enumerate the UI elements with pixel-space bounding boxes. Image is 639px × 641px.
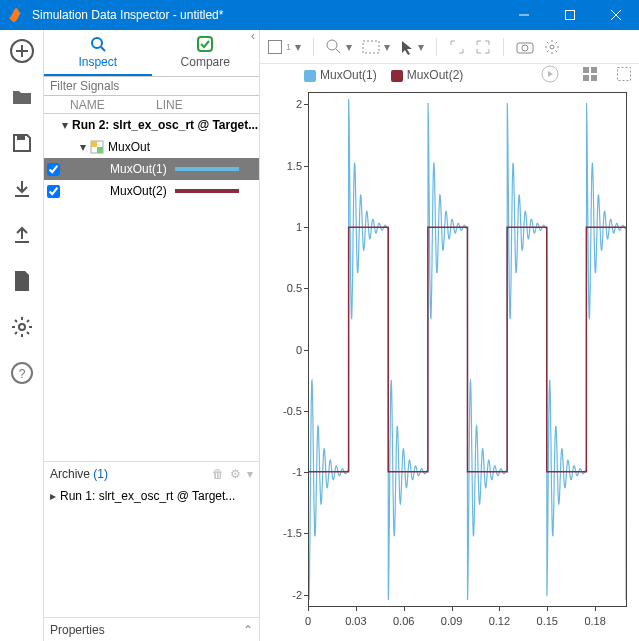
x-tick-label: 0.03 [345,615,366,627]
svg-rect-1 [566,11,575,20]
add-button[interactable] [9,38,35,64]
col-line: LINE [156,98,183,112]
plot-gear-icon[interactable] [544,39,560,55]
svg-point-17 [327,40,337,50]
grid-4-icon[interactable] [583,67,597,84]
filter-input[interactable] [44,76,259,96]
signal-row-2[interactable]: MuxOut(2) [44,180,259,202]
y-tick-label: 1 [266,221,302,233]
run-node[interactable]: ▾ Run 2: slrt_ex_osc_rt @ Target... [44,114,259,136]
svg-rect-25 [591,67,597,73]
cursor-button[interactable]: ▾ [400,39,424,55]
svg-rect-19 [363,41,379,53]
x-tick-label: 0.12 [489,615,510,627]
chevron-up-icon[interactable]: ⌃ [243,623,253,637]
x-tick-label: 0.18 [584,615,605,627]
collapse-panel-icon[interactable]: ‹ [247,30,259,42]
signal-1-swatch [175,167,239,171]
archive-count: (1) [93,467,108,481]
properties-header[interactable]: Properties ⌃ [44,617,259,641]
signal-1-label: MuxOut(1) [110,162,167,176]
folder-icon[interactable] [9,84,35,110]
new-file-icon[interactable] [9,268,35,294]
grid-dash-icon[interactable] [617,67,631,84]
tab-compare[interactable]: Compare [152,30,260,76]
svg-rect-13 [198,37,212,51]
y-tick-label: -1 [266,466,302,478]
export-icon[interactable] [9,222,35,248]
properties-label: Properties [50,623,105,637]
svg-point-8 [19,324,25,330]
column-headers: NAME LINE [44,96,259,114]
signal-2-label: MuxOut(2) [110,184,167,198]
svg-point-11 [92,38,102,48]
fit-button[interactable]: ▾ [362,40,390,54]
check-icon [196,35,214,53]
archive-header[interactable]: Archive (1) 🗑 ⚙ ▾ [44,461,259,485]
svg-rect-28 [618,67,631,80]
svg-line-18 [336,49,340,53]
search-icon [89,35,107,53]
archive-gear-icon[interactable]: ⚙ [230,467,241,481]
signal-row-1[interactable]: MuxOut(1) [44,158,259,180]
legend-label-2: MuxOut(2) [407,68,464,82]
x-tick-label: 0.15 [537,615,558,627]
title-bar: Simulation Data Inspector - untitled* [0,0,639,30]
svg-rect-16 [97,147,103,153]
plot-panel: 1▾ ▾ ▾ ▾ MuxOut(1) MuxOut(2) -2-1.5-1 [260,30,639,641]
tab-inspect[interactable]: Inspect [44,30,152,76]
trash-icon[interactable]: 🗑 [212,467,224,481]
archive-label: Archive [50,467,90,481]
mux-node[interactable]: ▾ MuxOut [44,136,259,158]
close-button[interactable] [593,0,639,30]
y-tick-label: 2 [266,98,302,110]
chevron-down-icon[interactable]: ▾ [247,467,253,481]
run-label: Run 2: slrt_ex_osc_rt @ Target... [72,118,258,132]
signal-1-checkbox[interactable] [47,163,60,176]
svg-text:?: ? [18,367,25,381]
archive-run[interactable]: ▸ Run 1: slrt_ex_osc_rt @ Target... [44,485,259,507]
help-icon[interactable]: ? [9,360,35,386]
col-name: NAME [64,98,156,112]
expand-icon[interactable] [449,39,465,55]
stream-icon[interactable] [541,65,559,86]
legend-label-1: MuxOut(1) [320,68,377,82]
x-tick-label: 0.06 [393,615,414,627]
svg-point-22 [550,45,554,49]
zoom-button[interactable]: ▾ [326,39,352,55]
save-icon[interactable] [9,130,35,156]
svg-line-12 [101,47,105,51]
plot-toolbar: 1▾ ▾ ▾ ▾ [260,30,639,64]
chart-area[interactable]: -2-1.5-1-0.500.511.5200.030.060.090.120.… [260,86,639,641]
maximize-plot-icon[interactable] [475,39,491,55]
tab-compare-label: Compare [181,55,230,69]
maximize-button[interactable] [547,0,593,30]
mux-icon [90,140,104,154]
import-icon[interactable] [9,176,35,202]
svg-rect-26 [583,75,589,81]
y-tick-label: -2 [266,589,302,601]
left-rail: ? [0,30,44,641]
legend-swatch-2 [391,70,403,82]
y-tick-label: -1.5 [266,527,302,539]
x-tick-label: 0 [305,615,311,627]
snapshot-icon[interactable] [516,40,534,54]
svg-point-21 [522,45,528,51]
plot-legend: MuxOut(1) MuxOut(2) [260,64,639,86]
layout-button[interactable]: 1▾ [268,40,301,54]
y-tick-label: 1.5 [266,160,302,172]
x-tick-label: 0.09 [441,615,462,627]
preferences-icon[interactable] [9,314,35,340]
tab-inspect-label: Inspect [78,55,117,69]
signal-2-checkbox[interactable] [47,185,60,198]
signal-2-swatch [175,189,239,193]
svg-rect-7 [17,135,25,140]
minimize-button[interactable] [501,0,547,30]
signal-tree: ▾ Run 2: slrt_ex_osc_rt @ Target... ▾ Mu… [44,114,259,461]
mux-label: MuxOut [108,140,150,154]
archive-run-label: Run 1: slrt_ex_osc_rt @ Target... [60,489,235,503]
window-title: Simulation Data Inspector - untitled* [32,8,501,22]
y-tick-label: -0.5 [266,405,302,417]
signal-panel: Inspect Compare ‹ NAME LINE ▾ Run 2: slr… [44,30,260,641]
matlab-logo-icon [8,7,24,23]
